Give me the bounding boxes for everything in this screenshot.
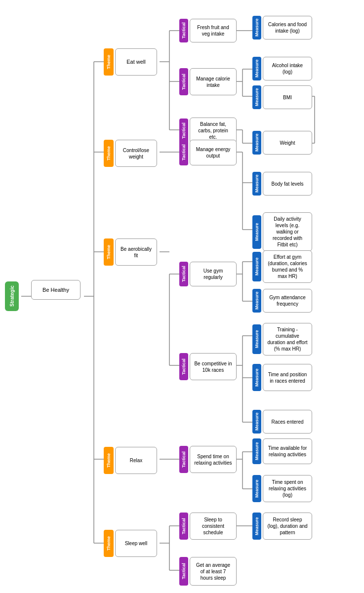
measure-time-spent-badge: Measure — [252, 475, 261, 502]
theme-sleep-badge: Theme — [104, 530, 114, 557]
measure-record-sleep-node: Measure Record sleep (log), duration and… — [252, 513, 312, 540]
measure-races-entered-label: Races entered — [263, 410, 312, 434]
measure-gym-effort-label: Effort at gym (duration, calories burned… — [263, 250, 312, 283]
measure-weight-label: Weight — [263, 131, 312, 155]
tactical-gym-label: Use gym regularly — [190, 262, 237, 286]
theme-control-weight-label: Control/lose weight — [115, 140, 157, 167]
measure-bmi-badge: Measure — [252, 85, 261, 109]
tactical-gym-node: Tactical Use gym regularly — [179, 262, 237, 286]
measure-bmi-label: BMI — [263, 85, 312, 109]
measure-gym-effort-node: Measure Effort at gym (duration, calorie… — [252, 250, 312, 283]
measure-time-position-node: Measure Time and position in races enter… — [252, 364, 312, 391]
tactical-7hours-label: Get an average of at least 7 hours sleep — [190, 557, 237, 586]
measure-gym-attendance-badge: Measure — [252, 289, 261, 313]
measure-daily-activity-node: Measure Daily activity levels (e.g. walk… — [252, 212, 312, 251]
measure-time-available-node: Measure Time available for relaxing acti… — [252, 438, 312, 464]
measure-time-available-badge: Measure — [252, 438, 261, 464]
tactical-gym-badge: Tactical — [179, 262, 188, 286]
measure-daily-activity-badge: Measure — [252, 215, 261, 249]
theme-aerobic-badge: Theme — [104, 238, 114, 266]
measure-time-spent-node: Measure Time spent on relaxing activitie… — [252, 475, 312, 502]
measure-time-spent-label: Time spent on relaxing activities (log) — [263, 475, 312, 502]
theme-relax-node: Theme Relax — [104, 447, 157, 474]
tactical-7hours-node: Tactical Get an average of at least 7 ho… — [179, 557, 237, 586]
tactical-sleep-schedule-node: Tactical Sleep to consistent schedule — [179, 513, 237, 540]
measure-gym-effort-badge: Measure — [252, 252, 261, 281]
measure-calories-badge: Measure — [252, 16, 261, 40]
measure-alcohol-label: Alcohol intake (log) — [263, 57, 312, 80]
tactical-7hours-badge: Tactical — [179, 557, 188, 586]
tactical-relax-node: Tactical Spend time on relaxing activiti… — [179, 446, 237, 473]
theme-eat-well-badge: Theme — [104, 48, 114, 76]
measure-races-entered-badge: Measure — [252, 410, 261, 434]
measure-bodyfat-node: Measure Body fat levels — [252, 172, 312, 196]
measure-time-position-label: Time and position in races entered — [263, 364, 312, 391]
tactical-10k-node: Tactical Be competitive in 10k races — [179, 353, 237, 380]
measure-record-sleep-label: Record sleep (log), duration and pattern — [263, 513, 312, 540]
measure-weight-node: Measure Weight — [252, 131, 312, 155]
theme-eat-well-label: Eat well — [115, 48, 157, 76]
measure-time-position-badge: Measure — [252, 364, 261, 391]
theme-aerobic-label: Be aerobically fit — [115, 238, 157, 266]
tactical-calorie-label: Manage calorie intake — [190, 68, 237, 95]
measure-training-label: Training - cumulative duration and effor… — [263, 323, 312, 356]
measure-bmi-node: Measure BMI — [252, 85, 312, 109]
tactical-fresh-fruit-label: Fresh fruit and veg intake — [190, 19, 237, 42]
tactical-energy-label: Manage energy output — [190, 140, 237, 165]
measure-bodyfat-label: Body fat levels — [263, 172, 312, 196]
theme-control-weight-badge: Theme — [104, 140, 114, 167]
theme-sleep-node: Theme Sleep well — [104, 530, 157, 557]
measure-bodyfat-badge: Measure — [252, 172, 261, 196]
strategic-badge: Strategic — [5, 281, 19, 311]
tactical-relax-label: Spend time on relaxing activities — [190, 446, 237, 473]
theme-relax-label: Relax — [115, 447, 157, 474]
measure-alcohol-badge: Measure — [252, 57, 261, 80]
theme-eat-well-node: Theme Eat well — [104, 48, 157, 76]
measure-training-node: Measure Training - cumulative duration a… — [252, 323, 312, 356]
measure-gym-attendance-label: Gym attendance frequency — [263, 289, 312, 313]
measure-record-sleep-badge: Measure — [252, 513, 261, 540]
tactical-energy-badge: Tactical — [179, 140, 188, 165]
tactical-fresh-fruit-badge: Tactical — [179, 19, 188, 42]
tactical-sleep-schedule-badge: Tactical — [179, 513, 188, 540]
theme-relax-badge: Theme — [104, 447, 114, 474]
tactical-10k-label: Be competitive in 10k races — [190, 353, 237, 380]
measure-gym-attendance-node: Measure Gym attendance frequency — [252, 289, 312, 313]
tactical-10k-badge: Tactical — [179, 353, 188, 380]
tactical-relax-badge: Tactical — [179, 446, 188, 473]
tactical-calorie-node: Tactical Manage calorie intake — [179, 68, 237, 95]
measure-races-entered-node: Measure Races entered — [252, 410, 312, 434]
tactical-energy-node: Tactical Manage energy output — [179, 140, 237, 165]
measure-time-available-label: Time available for relaxing activities — [263, 438, 312, 464]
be-healthy-node: Be Healthy — [31, 280, 81, 300]
tactical-balance-badge: Tactical — [179, 119, 188, 143]
tactical-calorie-badge: Tactical — [179, 68, 188, 95]
theme-aerobic-node: Theme Be aerobically fit — [104, 238, 157, 266]
measure-daily-activity-label: Daily activity levels (e.g. walking or r… — [263, 212, 312, 251]
measure-alcohol-node: Measure Alcohol intake (log) — [252, 57, 312, 80]
theme-sleep-label: Sleep well — [115, 530, 157, 557]
measure-calories-node: Measure Calories and food intake (log) — [252, 16, 312, 40]
be-healthy-label: Be Healthy — [31, 280, 81, 300]
measure-weight-badge: Measure — [252, 131, 261, 155]
strategic-node: Strategic — [5, 281, 19, 311]
tactical-fresh-fruit-node: Tactical Fresh fruit and veg intake — [179, 19, 237, 42]
theme-control-weight-node: Theme Control/lose weight — [104, 140, 157, 167]
tactical-sleep-schedule-label: Sleep to consistent schedule — [190, 513, 237, 540]
measure-calories-label: Calories and food intake (log) — [263, 16, 312, 40]
measure-training-badge: Measure — [252, 324, 261, 354]
